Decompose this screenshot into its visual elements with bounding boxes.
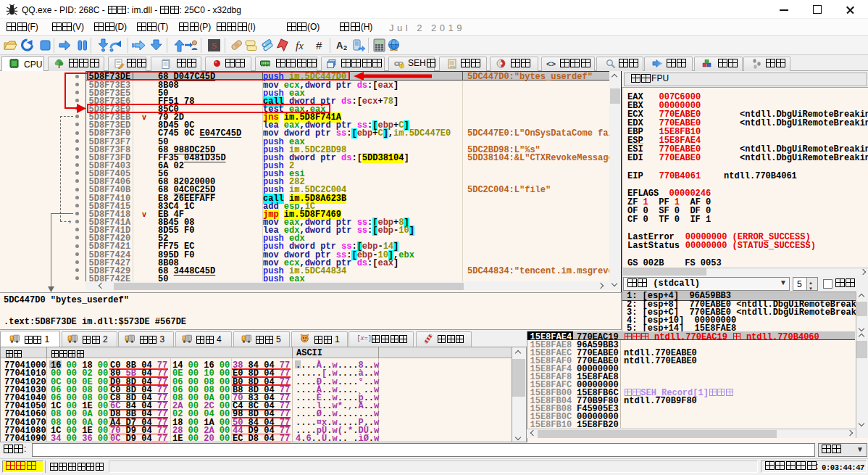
svg-text:#: # (316, 39, 322, 51)
svg-text:A: A (336, 40, 343, 51)
svg-text:2: 2 (343, 44, 347, 51)
svg-text:<>: <> (546, 59, 556, 68)
svg-text:<>: <> (450, 65, 456, 69)
svg-text:fx: fx (296, 40, 304, 51)
svg-text:S: S (212, 40, 217, 51)
